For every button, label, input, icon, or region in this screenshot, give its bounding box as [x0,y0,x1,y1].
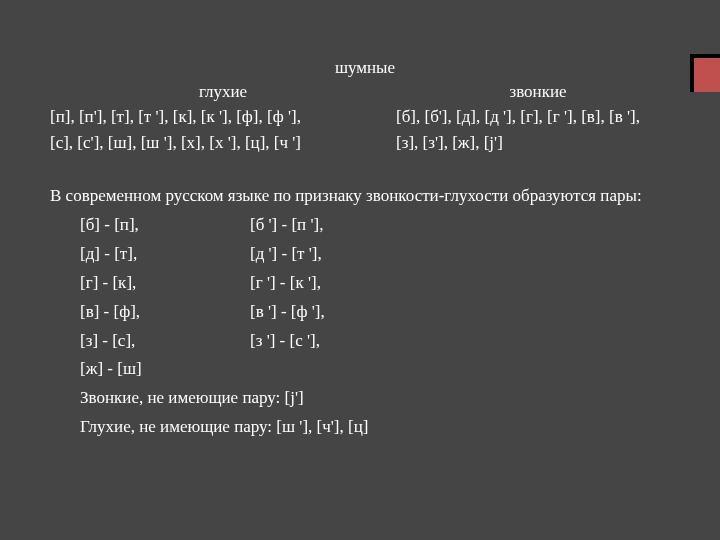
unpaired-voiceless: Глухие, не имеющие пару: [ш '], [ч'], [ц… [50,413,680,442]
unpaired-voiced: Звонкие, не имеющие пару: [j'] [50,384,680,413]
pairs-list: [б] - [п], [б '] - [п '], [д] - [т], [д … [50,211,680,384]
pair-right: [в '] - [ф '], [250,298,325,327]
main-title: шумные [50,58,680,78]
col-voiced-line1: [б], [б'], [д], [д '], [г], [г '], [в], … [396,104,680,130]
pair-right: [д '] - [т '], [250,240,322,269]
col-voiced-line2: [з], [з'], [ж], [j'] [396,130,680,156]
col-voiced-head: звонкие [396,82,680,102]
pair-left: [ж] - [ш] [50,355,250,384]
pair-row: [д] - [т], [д '] - [т '], [50,240,680,269]
pair-left: [з] - [с], [50,327,250,356]
pair-row: [б] - [п], [б '] - [п '], [50,211,680,240]
paragraph: В современном русском языке по признаку … [50,183,680,209]
col-voiceless-line2: [с], [с'], [ш], [ш '], [х], [х '], [ц], … [50,130,396,156]
col-voiceless-head: глухие [50,82,396,102]
pair-left: [д] - [т], [50,240,250,269]
pair-row: [г] - [к], [г '] - [к '], [50,269,680,298]
col-voiceless: глухие [п], [п'], [т], [т '], [к], [к ']… [50,82,396,157]
col-voiced: звонкие [б], [б'], [д], [д '], [г], [г '… [396,82,680,157]
slide-body: шумные глухие [п], [п'], [т], [т '], [к]… [0,0,720,442]
pair-left: [г] - [к], [50,269,250,298]
pair-right: [б '] - [п '], [250,211,323,240]
col-voiceless-line1: [п], [п'], [т], [т '], [к], [к '], [ф], … [50,104,396,130]
accent-tab [690,54,720,92]
pair-right: [з '] - [с '], [250,327,320,356]
pair-row: [в] - [ф], [в '] - [ф '], [50,298,680,327]
pair-right: [г '] - [к '], [250,269,321,298]
pair-row: [з] - [с], [з '] - [с '], [50,327,680,356]
two-columns: глухие [п], [п'], [т], [т '], [к], [к ']… [50,82,680,157]
pair-left: [б] - [п], [50,211,250,240]
pair-row: [ж] - [ш] [50,355,680,384]
pair-left: [в] - [ф], [50,298,250,327]
